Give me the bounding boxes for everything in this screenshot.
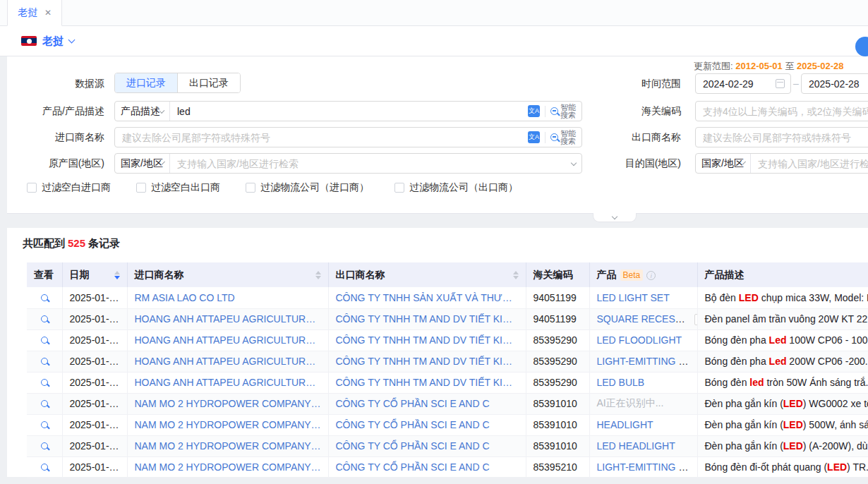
checkbox-filter-logistics-importer[interactable]: 过滤物流公司（进口商） (246, 181, 369, 194)
product-cell[interactable]: LIGHT-EMITTING DIO... (589, 456, 697, 478)
exporter-link[interactable]: CÔNG TY TNHH TM AND DV TIẾT KIỆM NĂ... (328, 329, 526, 351)
calendar-icon[interactable] (776, 79, 785, 88)
importer-link[interactable]: RM ASIA LAO CO LTD (127, 287, 328, 308)
product-cell[interactable]: LIGHT-EMITTING DIO... (589, 351, 697, 372)
product-cell[interactable]: LED HEADLIGHT (589, 435, 697, 456)
destination-country-input[interactable] (751, 154, 868, 173)
product-description: Đèn pha gắn kín (LED) WG0002 xe tô... (697, 393, 868, 414)
sort-icon-exporter[interactable] (513, 271, 519, 279)
divider (545, 106, 545, 117)
table-row: 2025-01-16 NAM MO 2 HYDROPOWER COMPANY L… (27, 414, 868, 435)
view-record-icon[interactable] (41, 379, 48, 386)
origin-country-select[interactable]: 国家/地区 (115, 154, 170, 173)
col-header-desc: 产品描述 (697, 262, 868, 287)
smart-search-button[interactable]: 智能搜索 (550, 130, 576, 145)
product-cell[interactable]: HEADLIGHT (589, 414, 697, 435)
product-description: Đèn pha gắn kín (LED) (A-200W), dù... (697, 435, 868, 456)
product-cell[interactable]: LED BULB (589, 372, 697, 393)
exporter-name-input[interactable] (696, 128, 868, 147)
translate-icon[interactable]: 文A (528, 105, 540, 117)
exporter-link[interactable]: CÔNG TY CỔ PHẦN SCI E AND C (328, 435, 526, 456)
hs-code-control (695, 101, 868, 121)
tab-laos[interactable]: 老挝 ✕ (7, 0, 62, 26)
exporter-link[interactable]: CÔNG TY CỔ PHẦN SCI E AND C (328, 414, 526, 435)
exporter-link[interactable]: CÔNG TY TNHH TM AND DV TIẾT KIỆM NĂ... (328, 372, 526, 393)
tab-import-records[interactable]: 进口记录 (115, 73, 177, 92)
date-from-input[interactable] (696, 74, 776, 93)
product-search-input[interactable] (170, 102, 528, 121)
checkbox-icon (27, 183, 37, 193)
exporter-link[interactable]: CÔNG TY TNHH TM AND DV TIẾT KIỆM NĂ... (328, 351, 526, 372)
hs-code-value: 85391010 (526, 393, 589, 414)
view-record-icon[interactable] (41, 442, 48, 449)
country-selector[interactable]: 老挝 (42, 35, 64, 48)
col-header-importer[interactable]: 进口商名称 (127, 262, 328, 287)
exporter-link[interactable]: CÔNG TY CỔ PHẦN SCI E AND C (328, 393, 526, 414)
view-record-icon[interactable] (41, 337, 48, 344)
table-row: 2025-01-20 HOANG ANH ATTAPEU AGRICULTURE… (27, 308, 868, 329)
records-table: 查看 日期 进口商名称 出口商名称 海关编码 产品Betai 产品 (27, 262, 868, 478)
destination-control: 国家/地区 (695, 153, 868, 174)
tab-export-records[interactable]: 出口记录 (177, 73, 240, 92)
origin-country-input[interactable] (170, 154, 572, 173)
checkbox-filter-blank-importer[interactable]: 过滤空白进口商 (27, 181, 111, 194)
view-record-icon[interactable] (41, 421, 48, 428)
product-field-select[interactable]: 产品描述 (115, 102, 170, 121)
date-to-input[interactable] (802, 74, 868, 93)
update-range-from: 2012-05-01 (735, 61, 783, 71)
product-label: 产品/产品描述 (7, 101, 111, 121)
translate-icon[interactable]: 文A (528, 131, 540, 143)
smart-search-button[interactable]: 智能搜索 (550, 104, 576, 119)
filter-checkboxes: 过滤空白进口商 过滤空白出口商 过滤物流公司（进口商） 过滤物流公司（出口商） (27, 181, 518, 194)
chevron-down-icon[interactable] (68, 37, 76, 44)
sort-icon-date[interactable] (114, 271, 120, 279)
record-date: 2025-01-16 (62, 414, 127, 435)
exporter-link[interactable]: CÔNG TY TNHH TM AND DV TIẾT KIỆM NĂ... (328, 308, 526, 329)
record-date: 2025-01-16 (62, 456, 127, 478)
table-row: 2025-01-24 RM ASIA LAO CO LTD CÔNG TY TN… (27, 287, 868, 308)
importer-link[interactable]: NAM MO 2 HYDROPOWER COMPANY LIMI... (127, 435, 328, 456)
exporter-link[interactable]: CÔNG TY CỔ PHẦN SCI E AND C (328, 456, 526, 478)
product-description: Bộ đèn LED chụp mica 33W, Model: P... (697, 287, 868, 308)
importer-link[interactable]: HOANG ANH ATTAPEU AGRICULTURE DEVE... (127, 372, 328, 393)
importer-link[interactable]: NAM MO 2 HYDROPOWER COMPANY LIMI... (127, 393, 328, 414)
results-summary: 共匹配到525条记录 (7, 237, 868, 250)
product-cell[interactable]: LED LIGHT SET (589, 287, 697, 308)
view-record-icon[interactable] (41, 400, 48, 407)
checkbox-filter-blank-exporter[interactable]: 过滤空白出口商 (136, 181, 220, 194)
importer-link[interactable]: HOANG ANH ATTAPEU AGRICULTURE DEVE... (127, 351, 328, 372)
sort-icon-importer[interactable] (315, 271, 321, 279)
data-source-label: 数据源 (7, 73, 111, 93)
close-icon[interactable]: ✕ (44, 8, 52, 18)
view-record-icon[interactable] (41, 358, 48, 365)
exporter-link[interactable]: CÔNG TY TNHH SẢN XUẤT VÀ THƯƠNG M... (328, 287, 526, 308)
checkbox-icon (394, 183, 404, 193)
table-row: 2025-01-20 HOANG ANH ATTAPEU AGRICULTURE… (27, 372, 868, 393)
divider (545, 132, 545, 143)
checkbox-filter-logistics-exporter[interactable]: 过滤物流公司（出口商） (394, 181, 518, 194)
importer-link[interactable]: HOANG ANH ATTAPEU AGRICULTURE DEVE... (127, 308, 328, 329)
hs-code-input[interactable] (696, 102, 868, 121)
product-description: Bóng đèn đi-ốt phát quang (LED) TR... (697, 456, 868, 478)
table-row: 2025-01-16 NAM MO 2 HYDROPOWER COMPANY L… (27, 456, 868, 478)
view-record-icon[interactable] (41, 315, 48, 322)
collapse-filters-handle[interactable] (593, 213, 637, 222)
importer-name-input[interactable] (115, 128, 528, 147)
view-record-icon[interactable] (41, 294, 48, 301)
product-description: Bóng đèn pha Led 200W CP06 -200... (697, 351, 868, 372)
importer-link[interactable]: HOANG ANH ATTAPEU AGRICULTURE DEVE... (127, 329, 328, 351)
product-cell[interactable]: SQUARE RECESS...+ 1 (589, 308, 697, 329)
destination-country-select[interactable]: 国家/地区 (696, 154, 751, 173)
product-description: Đèn pha gắn kín (LED) 500W, ánh sá... (697, 414, 868, 435)
product-cell[interactable]: LED FLOODLIGHT (589, 329, 697, 351)
origin-control: 国家/地区 (114, 153, 582, 174)
importer-link[interactable]: NAM MO 2 HYDROPOWER COMPANY LIMI... (127, 414, 328, 435)
info-icon[interactable]: i (646, 271, 656, 280)
col-header-date[interactable]: 日期 (62, 262, 127, 287)
view-record-icon[interactable] (41, 464, 48, 471)
product-cell[interactable]: AI正在识别中... (589, 393, 697, 414)
data-source-tabs: 进口记录 出口记录 (114, 73, 241, 93)
col-header-exporter[interactable]: 出口商名称 (328, 262, 526, 287)
importer-link[interactable]: NAM MO 2 HYDROPOWER COMPANY LIMI... (127, 456, 328, 478)
importer-label: 进口商名称 (7, 127, 111, 147)
